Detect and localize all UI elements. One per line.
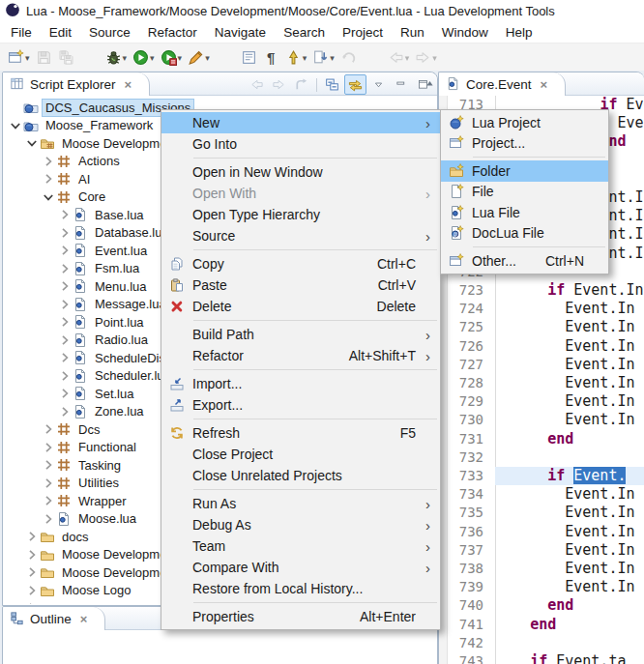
menu-item-source[interactable]: Source› bbox=[161, 225, 440, 246]
dropdown-caret-icon[interactable]: ▾ bbox=[178, 53, 183, 63]
menu-item-import[interactable]: Import... bbox=[161, 373, 440, 394]
chevron-collapsed-icon[interactable] bbox=[41, 493, 56, 508]
prev-annotation-button[interactable] bbox=[337, 46, 360, 70]
coverage-button[interactable]: ▾ bbox=[158, 46, 186, 70]
code-line-735[interactable]: 735 Event.In bbox=[447, 504, 644, 522]
menu-item-build-path[interactable]: Build Path› bbox=[161, 324, 440, 345]
scrollbar-up-icon[interactable] bbox=[424, 75, 435, 86]
menu-item-close-project[interactable]: Close Project bbox=[161, 444, 440, 465]
chevron-collapsed-icon[interactable] bbox=[57, 386, 73, 401]
chevron-expanded-icon[interactable] bbox=[24, 135, 40, 151]
run-button[interactable]: ▾ bbox=[130, 46, 158, 70]
menu-item-team[interactable]: Team› bbox=[161, 535, 440, 557]
code-line-740[interactable]: 740 end bbox=[447, 596, 644, 615]
menu-item-project[interactable]: Project... bbox=[441, 133, 608, 155]
next-annotation-button[interactable]: ▾ bbox=[309, 46, 337, 70]
chevron-collapsed-icon[interactable] bbox=[24, 583, 40, 598]
debug-button[interactable]: ▾ bbox=[102, 46, 131, 70]
code-line-726[interactable]: 726 Event.In bbox=[447, 337, 644, 356]
menu-refactor[interactable]: Refactor bbox=[139, 23, 206, 42]
save-all-button[interactable] bbox=[55, 46, 77, 70]
chevron-collapsed-icon[interactable] bbox=[41, 476, 56, 491]
collapse-all-button[interactable] bbox=[322, 75, 342, 94]
chevron-collapsed-icon[interactable] bbox=[41, 457, 56, 473]
menu-window[interactable]: Window bbox=[433, 23, 497, 42]
menu-item-refresh[interactable]: RefreshF5 bbox=[161, 422, 440, 444]
menu-item-paste[interactable]: PasteCtrl+V bbox=[161, 274, 440, 296]
close-icon[interactable]: × bbox=[80, 612, 88, 626]
dropdown-caret-icon[interactable]: ▾ bbox=[123, 53, 128, 63]
back-button[interactable]: ▾ bbox=[385, 46, 413, 70]
code-line-736[interactable]: 736 Event.In bbox=[447, 523, 644, 541]
code-line-737[interactable]: 737 Event.In bbox=[447, 541, 644, 560]
tab-outline[interactable]: Outline × bbox=[3, 607, 105, 630]
menu-search[interactable]: Search bbox=[275, 23, 334, 42]
dropdown-caret-icon[interactable]: ▾ bbox=[303, 53, 307, 63]
chevron-collapsed-icon[interactable] bbox=[41, 171, 56, 187]
chevron-collapsed-icon[interactable] bbox=[57, 225, 73, 241]
code-line-728[interactable]: 728 Event.In bbox=[447, 374, 644, 392]
menu-source[interactable]: Source bbox=[80, 23, 139, 42]
chevron-collapsed-icon[interactable] bbox=[41, 511, 56, 527]
code-line-733[interactable]: 733 if Event. bbox=[447, 467, 644, 485]
code-line-732[interactable]: 732 bbox=[447, 448, 644, 467]
nav-forward-button[interactable] bbox=[269, 75, 289, 94]
close-icon[interactable]: × bbox=[125, 77, 132, 92]
open-element-button[interactable] bbox=[238, 46, 260, 70]
code-line-741[interactable]: 741 end bbox=[447, 616, 644, 634]
menu-navigate[interactable]: Navigate bbox=[206, 23, 275, 42]
menu-item-open-with[interactable]: Open With› bbox=[161, 183, 440, 204]
menu-item-file[interactable]: File bbox=[441, 182, 608, 203]
code-line-729[interactable]: 729 Event.In bbox=[447, 392, 644, 411]
menu-item-export[interactable]: Export... bbox=[161, 394, 440, 416]
chevron-collapsed-icon[interactable] bbox=[57, 368, 73, 384]
view-menu-button[interactable] bbox=[368, 75, 389, 94]
chevron-collapsed-icon[interactable] bbox=[57, 261, 73, 276]
chevron-collapsed-icon[interactable] bbox=[57, 297, 73, 312]
menu-project[interactable]: Project bbox=[334, 23, 392, 42]
code-line-725[interactable]: 725 Event.In bbox=[447, 318, 644, 336]
code-line-731[interactable]: 731 end bbox=[447, 430, 644, 448]
menu-item-copy[interactable]: CopyCtrl+C bbox=[161, 253, 440, 274]
chevron-collapsed-icon[interactable] bbox=[24, 529, 40, 544]
code-line-739[interactable]: 739 Event.In bbox=[447, 578, 644, 596]
code-line-723[interactable]: 723 if Event.In bbox=[447, 281, 644, 300]
chevron-collapsed-icon[interactable] bbox=[41, 421, 56, 437]
menu-item-other[interactable]: Other...Ctrl+N bbox=[441, 250, 608, 272]
menu-item-lua-project[interactable]: Lua Project bbox=[441, 112, 608, 133]
tab-script-explorer[interactable]: Script Explorer × bbox=[3, 72, 150, 96]
dropdown-caret-icon[interactable]: ▾ bbox=[330, 53, 335, 63]
menu-item-compare-with[interactable]: Compare With› bbox=[161, 557, 440, 578]
minimize-button[interactable] bbox=[391, 75, 411, 94]
new-wizard-button[interactable]: ▾ bbox=[5, 46, 33, 70]
dropdown-caret-icon[interactable]: ▾ bbox=[25, 53, 30, 63]
chevron-expanded-icon[interactable] bbox=[41, 189, 56, 205]
dropdown-caret-icon[interactable]: ▾ bbox=[405, 53, 410, 63]
menu-item-open-type-hierarchy[interactable]: Open Type Hierarchy bbox=[161, 204, 440, 225]
menu-help[interactable]: Help bbox=[497, 23, 542, 42]
chevron-collapsed-icon[interactable] bbox=[24, 564, 40, 580]
menu-item-open-in-new-window[interactable]: Open in New Window bbox=[161, 161, 440, 183]
menu-run[interactable]: Run bbox=[392, 23, 433, 42]
chevron-collapsed-icon[interactable] bbox=[57, 243, 73, 258]
code-line-743[interactable]: 743 if Event.ta bbox=[447, 652, 644, 664]
chevron-collapsed-icon[interactable] bbox=[24, 547, 40, 563]
tab-core-event[interactable]: Core.Event × bbox=[439, 72, 566, 96]
menu-item-properties[interactable]: PropertiesAlt+Enter bbox=[161, 606, 440, 627]
menu-item-close-unrelated-projects[interactable]: Close Unrelated Projects bbox=[161, 465, 440, 486]
menu-file[interactable]: File bbox=[2, 23, 41, 42]
menu-item-restore-from-local-history[interactable]: Restore from Local History... bbox=[161, 578, 440, 599]
menu-item-debug-as[interactable]: Debug As› bbox=[161, 514, 440, 535]
nav-back-button[interactable] bbox=[247, 75, 267, 94]
chevron-collapsed-icon[interactable] bbox=[41, 154, 56, 169]
forward-button[interactable]: ▾ bbox=[412, 46, 440, 70]
last-edit-button[interactable]: ▾ bbox=[282, 46, 310, 70]
nav-up-button[interactable] bbox=[291, 75, 311, 94]
link-editor-button[interactable] bbox=[344, 74, 366, 95]
save-button[interactable] bbox=[33, 46, 55, 70]
menu-item-refactor[interactable]: RefactorAlt+Shift+T› bbox=[161, 345, 440, 366]
chevron-collapsed-icon[interactable] bbox=[57, 207, 73, 222]
code-line-734[interactable]: 734 Event.In bbox=[447, 485, 644, 504]
close-icon[interactable]: × bbox=[541, 77, 548, 92]
code-line-730[interactable]: 730 Event.In bbox=[447, 411, 644, 429]
